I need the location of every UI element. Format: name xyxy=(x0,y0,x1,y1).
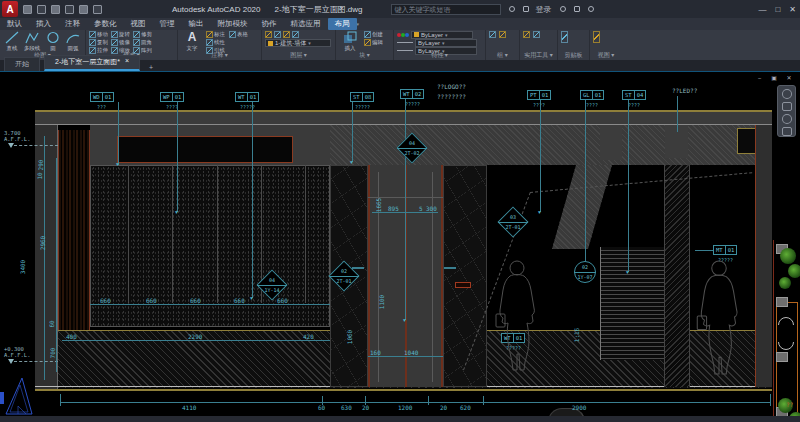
sign-in-link[interactable]: 登录 xyxy=(536,4,552,15)
trim-button[interactable]: 修剪 xyxy=(133,31,153,38)
orbit-icon[interactable] xyxy=(782,127,792,137)
tab-collaborate[interactable]: 协作 xyxy=(255,18,284,30)
drawing-canvas[interactable]: WD01 ??? WP01 ???? WT01 ????? ST08 ?????… xyxy=(0,72,800,416)
file-tab-start[interactable]: 开始 xyxy=(4,57,40,71)
ungroup-icon[interactable] xyxy=(499,31,506,38)
measure-icon[interactable] xyxy=(523,31,530,38)
panel-label-view[interactable]: 视图 ▾ xyxy=(590,51,622,60)
paste-icon[interactable] xyxy=(561,31,568,43)
pan-icon[interactable] xyxy=(782,102,792,112)
tab-view[interactable]: 视图 xyxy=(124,18,153,30)
material-tag[interactable]: WT02 xyxy=(400,89,424,99)
full-navigation-wheel-icon[interactable] xyxy=(782,89,792,99)
create-block-button[interactable]: 创建 xyxy=(364,31,384,38)
layer-dropdown[interactable]: 1-建筑-墙体▾ xyxy=(265,39,331,47)
text-button[interactable]: A 文字 xyxy=(181,31,203,53)
table-button[interactable]: 表格 xyxy=(229,31,249,38)
material-tag[interactable]: GL01 xyxy=(580,90,604,100)
viewport-window-controls[interactable]: − ▣ ✕ xyxy=(758,74,796,81)
dim-label: 2900 xyxy=(572,405,586,411)
layer-freeze-icon[interactable] xyxy=(292,31,299,38)
new-tab-button[interactable]: + xyxy=(145,64,157,71)
app-logo-icon[interactable]: A xyxy=(2,1,18,17)
ribbon-collapse-icon[interactable]: ▾ xyxy=(357,21,360,27)
material-tag[interactable]: WD01 xyxy=(90,92,114,102)
tab-featured-apps[interactable]: 精选应用 xyxy=(284,18,328,30)
panel-label-properties[interactable]: 特性 ▾ xyxy=(394,51,485,60)
edit-block-button[interactable]: 编辑 xyxy=(364,39,384,46)
save-icon[interactable] xyxy=(51,5,60,14)
mirror-button[interactable]: 镜像 xyxy=(111,39,131,46)
undo-icon[interactable] xyxy=(79,5,88,14)
panel-label-groups[interactable]: 组 ▾ xyxy=(486,51,519,60)
material-tag[interactable]: MT01 xyxy=(713,245,737,255)
level-marker: 3.700A.F.F.L. xyxy=(4,130,31,143)
material-tag[interactable]: WP01 xyxy=(160,92,184,102)
arc-button[interactable]: 圆弧 xyxy=(65,31,82,53)
fillet-button[interactable]: 圆角 xyxy=(133,39,153,46)
app-store-icon[interactable] xyxy=(560,6,566,12)
leader-line xyxy=(405,99,406,320)
level-dashed-line xyxy=(14,145,58,146)
view-base-icon[interactable] xyxy=(593,31,600,43)
linear-button[interactable]: 线性 xyxy=(206,39,226,46)
redo-icon[interactable] xyxy=(93,5,102,14)
move-button[interactable]: 移动 xyxy=(89,31,109,38)
material-tag[interactable]: WT01 xyxy=(235,92,259,102)
line-button[interactable]: 直线 xyxy=(3,31,20,53)
open-file-icon[interactable] xyxy=(37,5,46,14)
dim-label: 895 xyxy=(388,206,399,212)
print-icon[interactable] xyxy=(65,5,74,14)
tab-manage[interactable]: 管理 xyxy=(153,18,182,30)
minimize-button[interactable]: — xyxy=(758,5,766,14)
tab-output[interactable]: 输出 xyxy=(182,18,211,30)
restore-button[interactable]: □ xyxy=(775,5,780,14)
lineweight-dropdown[interactable]: ByLayer▾ xyxy=(415,39,477,47)
copy-button[interactable]: 复制 xyxy=(89,39,109,46)
autodesk-app-icon[interactable] xyxy=(574,6,580,12)
zoom-icon[interactable] xyxy=(782,114,792,124)
dim-label: 20 xyxy=(362,405,369,411)
object-color-dropdown[interactable]: ByLayer▾ xyxy=(411,31,473,39)
new-file-icon[interactable] xyxy=(23,5,32,14)
dimension-button[interactable]: 标注 xyxy=(206,31,226,38)
file-tab-close-icon[interactable]: × xyxy=(125,57,129,67)
insert-block-button[interactable]: 插入 xyxy=(339,31,361,53)
panel-label-utilities[interactable]: 实用工具 ▾ xyxy=(520,51,557,60)
search-icon[interactable] xyxy=(509,6,515,12)
file-tab-active-doc[interactable]: 2-地下室一层立面图*× xyxy=(44,55,140,71)
polyline-button[interactable]: 多段线 xyxy=(23,31,41,53)
tab-insert[interactable]: 插入 xyxy=(29,18,58,30)
material-tag[interactable]: ST04 xyxy=(622,90,646,100)
panel-label-layers[interactable]: 图层 ▾ xyxy=(262,51,335,60)
tab-parametric[interactable]: 参数化 xyxy=(87,18,124,30)
circle-button[interactable]: 圆 xyxy=(44,31,61,53)
quickcalc-icon[interactable] xyxy=(533,31,540,38)
panel-label-clipboard[interactable]: 剪贴板 xyxy=(558,51,589,60)
tab-layout[interactable]: 布局 xyxy=(328,18,357,30)
material-tag[interactable]: ST08 xyxy=(350,92,374,102)
close-button[interactable]: ✕ xyxy=(789,5,796,14)
layout-edge-mark xyxy=(0,392,4,404)
layer-state-icon[interactable] xyxy=(274,31,281,38)
stair-treads xyxy=(600,247,668,360)
layer-properties-icon[interactable] xyxy=(265,31,272,38)
tab-annotate[interactable]: 注释 xyxy=(58,18,87,30)
material-tag-note: ???? xyxy=(586,102,598,108)
dim-label: 300 xyxy=(426,206,437,212)
garden-planter-box xyxy=(776,297,788,307)
panel-label-annotate[interactable]: 注释 ▾ xyxy=(178,51,261,60)
help-icon[interactable] xyxy=(588,6,594,12)
tab-addins[interactable]: 附加模块 xyxy=(211,18,255,30)
panel-label-block[interactable]: 块 ▾ xyxy=(336,51,393,60)
material-tag-note: ???? xyxy=(628,102,640,108)
group-icon[interactable] xyxy=(489,31,496,38)
material-tag[interactable]: PT01 xyxy=(527,90,551,100)
rotate-button[interactable]: 旋转 xyxy=(111,31,131,38)
tab-default[interactable]: 默认 xyxy=(0,18,29,30)
layer-isolate-icon[interactable] xyxy=(283,31,290,38)
account-icon[interactable] xyxy=(523,6,529,12)
dim-label: 660 xyxy=(234,298,245,304)
logo-wall-label: ??LOGO?? xyxy=(437,84,466,90)
search-input[interactable]: 键入关键字或短语 xyxy=(391,4,501,15)
